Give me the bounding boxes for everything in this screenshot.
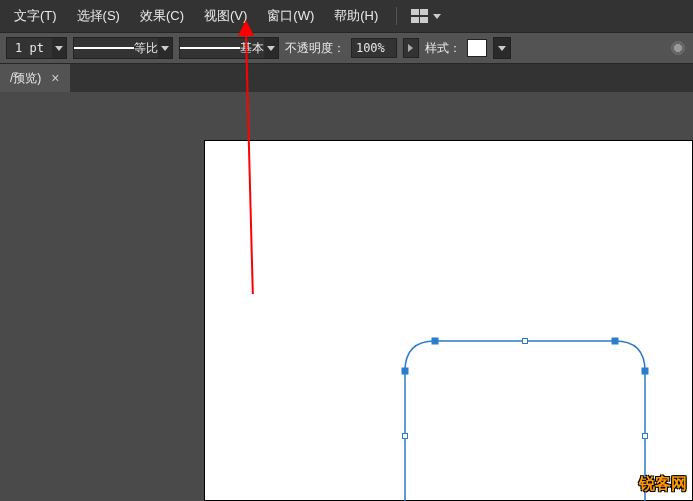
- brush-preview-icon: [180, 47, 240, 49]
- stroke-profile-group: 等比: [73, 37, 173, 59]
- rounded-rectangle-shape[interactable]: [405, 341, 645, 491]
- chevron-down-icon: [52, 38, 66, 58]
- selection-handle[interactable]: [642, 433, 648, 439]
- brush-dropdown[interactable]: 基本: [179, 37, 279, 59]
- anchor-point[interactable]: [432, 338, 439, 345]
- stroke-preview-icon: [74, 47, 134, 49]
- stroke-profile-dropdown[interactable]: 等比: [73, 37, 173, 59]
- opacity-label: 不透明度：: [285, 40, 345, 57]
- menu-help[interactable]: 帮助(H): [324, 1, 388, 31]
- style-label: 样式：: [425, 40, 461, 57]
- canvas-area[interactable]: [0, 92, 693, 501]
- selection-handle[interactable]: [402, 433, 408, 439]
- anchor-point[interactable]: [402, 368, 409, 375]
- stroke-weight-value: 1 pt: [7, 41, 52, 55]
- menu-bar: 文字(T) 选择(S) 效果(C) 视图(V) 窗口(W) 帮助(H): [0, 0, 693, 32]
- stroke-profile-label: 等比: [134, 40, 158, 57]
- tab-title: /预览): [10, 70, 41, 87]
- chevron-right-icon: [408, 44, 413, 52]
- menu-view[interactable]: 视图(V): [194, 1, 257, 31]
- anchor-point[interactable]: [642, 368, 649, 375]
- menu-window[interactable]: 窗口(W): [257, 1, 324, 31]
- menu-select[interactable]: 选择(S): [67, 1, 130, 31]
- close-icon[interactable]: ×: [51, 70, 59, 86]
- stroke-weight-dropdown[interactable]: 1 pt: [6, 37, 67, 59]
- brush-group: 基本: [179, 37, 279, 59]
- chevron-down-icon: [433, 14, 441, 19]
- style-swatch[interactable]: [467, 39, 487, 57]
- artboard[interactable]: [204, 140, 693, 501]
- workspace-icon: [411, 9, 429, 23]
- watermark: 锐客网: [639, 474, 687, 495]
- workspace-switcher[interactable]: [405, 5, 447, 27]
- shape-path: [405, 341, 645, 501]
- chevron-down-icon: [158, 38, 172, 58]
- menu-effect[interactable]: 效果(C): [130, 1, 194, 31]
- brush-label: 基本: [240, 40, 264, 57]
- selection-handle[interactable]: [522, 338, 528, 344]
- chevron-down-icon: [264, 38, 278, 58]
- menu-separator: [396, 7, 397, 25]
- chevron-down-icon: [494, 38, 510, 58]
- options-bar: 1 pt 等比 基本 不透明度： 样式：: [0, 32, 693, 64]
- menu-text[interactable]: 文字(T): [4, 1, 67, 31]
- anchor-point[interactable]: [612, 338, 619, 345]
- tab-bar: /预览) ×: [0, 64, 693, 92]
- document-tab[interactable]: /预览) ×: [0, 64, 70, 92]
- style-dropdown[interactable]: [493, 37, 511, 59]
- next-button[interactable]: [403, 38, 419, 58]
- opacity-input[interactable]: [351, 38, 397, 58]
- gear-icon[interactable]: [669, 39, 687, 57]
